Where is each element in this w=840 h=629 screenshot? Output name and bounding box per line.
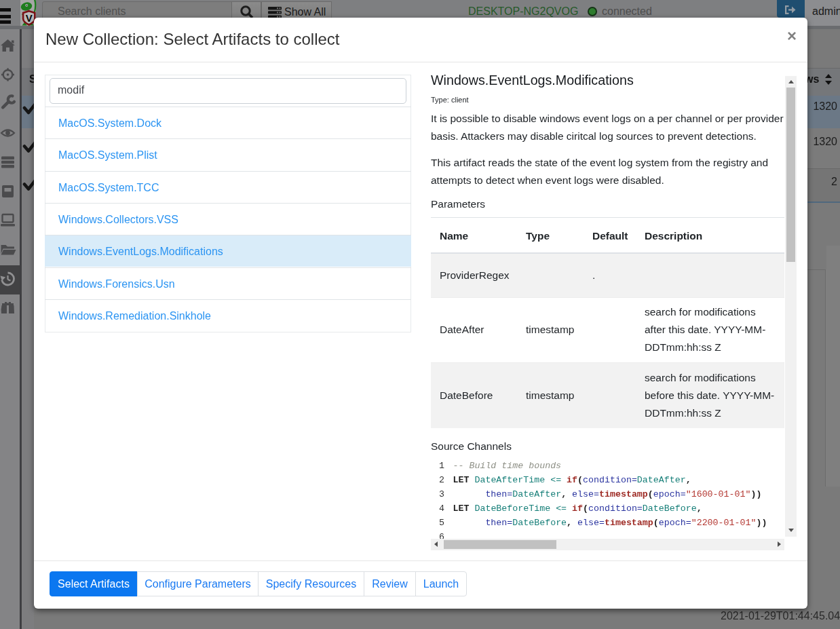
svg-text:V: V: [26, 12, 33, 24]
